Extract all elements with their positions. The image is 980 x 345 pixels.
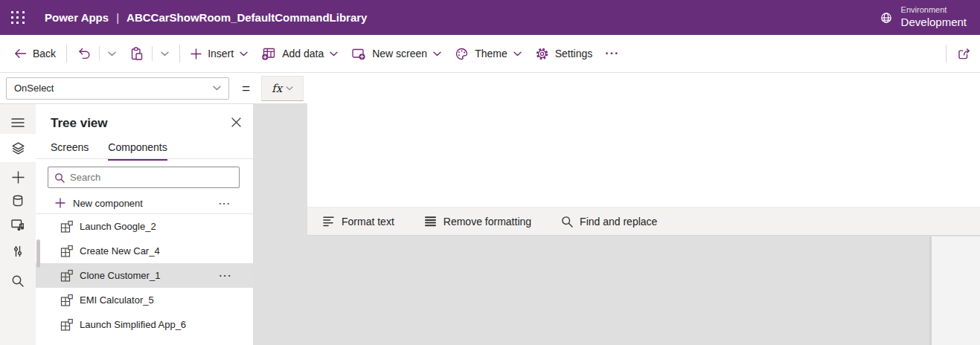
canvas-area[interactable]: Format text Remove formatting: [253, 104, 980, 345]
component-icon: [60, 318, 74, 332]
formula-bar-left: OnSelect = fx: [0, 73, 307, 104]
add-data-button[interactable]: Add data: [254, 40, 345, 67]
find-and-replace-label: Find and replace: [580, 216, 657, 228]
remove-formatting-label: Remove formatting: [443, 216, 531, 228]
component-icon: [60, 294, 74, 307]
rail-menu-button[interactable]: [0, 110, 36, 135]
search-icon: [561, 216, 573, 228]
rail-tree-view-button[interactable]: [0, 135, 36, 161]
panel-title: Tree view: [51, 116, 108, 131]
chevron-down-icon: [286, 86, 293, 91]
divider: [152, 46, 153, 61]
add-data-label: Add data: [282, 48, 324, 59]
app-name: ABCCarShowRoom_DefaultCommandLibrary: [126, 11, 367, 24]
sliders-icon: [11, 245, 25, 258]
app-title: Power Apps | ABCCarShowRoom_DefaultComma…: [45, 11, 367, 24]
component-icon: [60, 220, 74, 233]
chevron-down-icon: [330, 51, 338, 57]
find-and-replace-button[interactable]: Find and replace: [561, 216, 657, 228]
remove-formatting-icon: [424, 216, 437, 227]
plus-icon: [190, 48, 202, 59]
rail-data-button[interactable]: [0, 188, 36, 213]
tree-item-label: EMI Calculator_5: [80, 294, 154, 306]
tree-item-label: Clone Customer_1: [80, 270, 160, 281]
close-icon[interactable]: [231, 117, 241, 130]
theme-button[interactable]: Theme: [448, 40, 528, 67]
chevron-down-icon: [513, 51, 522, 57]
product-name: Power Apps: [45, 11, 109, 24]
canvas-right-strip: [929, 236, 980, 345]
hamburger-icon: [11, 117, 25, 128]
paste-dropdown[interactable]: [154, 40, 176, 67]
waffle-menu-icon[interactable]: [0, 0, 36, 35]
theme-palette-icon: [455, 47, 469, 61]
settings-button[interactable]: Settings: [528, 40, 600, 67]
app-header: Power Apps | ABCCarShowRoom_DefaultComma…: [0, 0, 980, 35]
layers-icon: [11, 141, 25, 155]
back-button[interactable]: Back: [7, 40, 63, 67]
property-selector[interactable]: OnSelect: [6, 77, 229, 100]
plus-icon: [12, 171, 25, 184]
format-text-button[interactable]: Format text: [322, 216, 394, 228]
formula-bar: OnSelect = fx: [0, 73, 980, 104]
insert-label: Insert: [208, 48, 234, 59]
power-apps-studio: Power Apps | ABCCarShowRoom_DefaultComma…: [0, 0, 980, 345]
settings-label: Settings: [555, 48, 593, 59]
more-icon[interactable]: ···: [220, 270, 233, 281]
rail-media-button[interactable]: [0, 212, 36, 237]
tree-item[interactable]: EMI Calculator_5: [36, 288, 253, 312]
share-button[interactable]: [950, 40, 979, 67]
fx-label: fx: [272, 82, 282, 95]
insert-button[interactable]: Insert: [184, 40, 254, 67]
undo-icon: [77, 48, 91, 59]
globe-icon: [879, 10, 894, 25]
new-screen-label: New screen: [372, 48, 427, 59]
tree-search-box[interactable]: [48, 167, 240, 188]
chevron-down-icon: [161, 51, 169, 57]
title-separator: |: [116, 11, 119, 24]
overflow-menu-button[interactable]: ···: [599, 47, 625, 60]
search-input[interactable]: [70, 172, 233, 183]
paste-button[interactable]: [123, 40, 150, 67]
tree-item[interactable]: Launch Simplified App_6: [36, 312, 253, 337]
more-icon[interactable]: ···: [219, 198, 231, 209]
rail-insert-button[interactable]: [0, 164, 36, 190]
back-label: Back: [33, 48, 56, 59]
remove-formatting-button[interactable]: Remove formatting: [424, 216, 531, 228]
gear-icon: [535, 47, 549, 61]
divider: [179, 45, 180, 62]
rail-tools-button[interactable]: [0, 239, 36, 264]
format-text-label: Format text: [342, 216, 394, 228]
tree-item[interactable]: Launch Google_2: [36, 214, 253, 239]
left-navigation-rail: [0, 104, 36, 345]
new-component-button[interactable]: New component ···: [36, 193, 253, 213]
scrollbar-thumb[interactable]: [36, 239, 40, 268]
new-screen-button[interactable]: New screen: [345, 40, 448, 67]
theme-label: Theme: [475, 48, 507, 59]
component-icon: [60, 269, 74, 283]
add-data-table-icon: [261, 47, 276, 61]
formula-editor-area[interactable]: [307, 104, 980, 207]
formula-input-area[interactable]: [307, 73, 980, 104]
tree-item-label: Launch Simplified App_6: [80, 319, 186, 330]
rail-search-button[interactable]: [0, 268, 36, 294]
new-screen-icon: [351, 47, 366, 61]
undo-button[interactable]: [71, 40, 97, 67]
paste-split-button: [123, 40, 176, 67]
equals-sign: =: [242, 80, 250, 97]
fx-button[interactable]: fx: [261, 76, 304, 101]
tree-item-label: Launch Google_2: [80, 221, 156, 232]
environment-switcher[interactable]: Environment Development: [879, 0, 980, 35]
tabs-divider: [36, 158, 253, 159]
undo-dropdown[interactable]: [101, 40, 123, 67]
tree-item[interactable]: Create New Car_4: [36, 239, 253, 263]
environment-label: Environment: [901, 5, 967, 16]
search-icon: [11, 274, 25, 288]
chevron-down-icon: [108, 51, 116, 57]
command-bar: Back: [0, 35, 980, 73]
format-text-icon: [322, 216, 335, 227]
clipboard-icon: [129, 47, 144, 61]
tree-item-selected[interactable]: Clone Customer_1 ···: [36, 263, 253, 288]
database-icon: [11, 194, 25, 207]
formula-editor-toolbar: Format text Remove formatting: [307, 207, 980, 236]
